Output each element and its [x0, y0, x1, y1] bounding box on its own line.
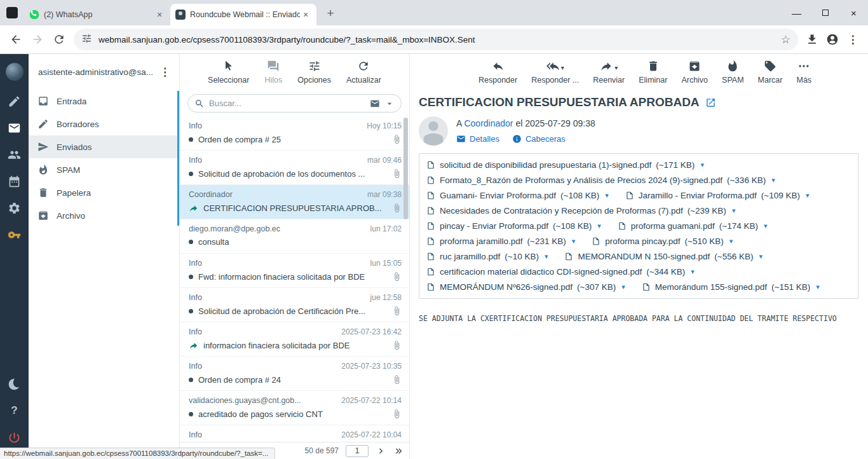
- refresh-button[interactable]: Actualizar: [346, 60, 381, 85]
- message-row[interactable]: Info 2025-07-23 16:42 informacion finaci…: [180, 322, 409, 357]
- window-close-button[interactable]: ×: [839, 0, 868, 25]
- site-info-icon[interactable]: [81, 33, 92, 46]
- compose-button[interactable]: [7, 93, 22, 109]
- message-row[interactable]: Info mar 09:46 Solicitud de aprobación d…: [180, 151, 409, 185]
- attachment-item[interactable]: proforma guamani.pdf (~174 KB) ▾: [618, 221, 768, 231]
- attachment-menu-caret-icon[interactable]: ▾: [771, 176, 775, 184]
- message-row[interactable]: validaciones.guayas@cnt.gob... 2025-07-2…: [180, 391, 409, 425]
- mail-nav-button[interactable]: [7, 120, 22, 135]
- attachment-menu-caret-icon[interactable]: ▾: [545, 252, 548, 261]
- message-row[interactable]: Info 2025-07-22 10:04: [180, 425, 409, 442]
- select-button[interactable]: Seleccionar: [208, 60, 249, 85]
- attachment-menu-caret-icon[interactable]: ▾: [605, 191, 609, 200]
- reply-all-button[interactable]: ▾ Responder ...: [531, 60, 579, 85]
- bookmark-star-icon[interactable]: ☆: [781, 34, 790, 45]
- attachment-item[interactable]: MEMORÁNDUM Nº626-signed.pdf (~307 KB) ▾: [426, 282, 625, 292]
- open-in-new-window-icon[interactable]: [705, 97, 716, 108]
- tab-close-icon[interactable]: ×: [154, 9, 165, 20]
- attachment-menu-caret-icon[interactable]: ▾: [700, 161, 704, 169]
- browser-tab-roundcube[interactable]: Roundcube Webmail :: Enviado ×: [170, 4, 316, 25]
- attachment-item[interactable]: proforma jaramillo.pdf (~231 KB) ▾: [426, 236, 575, 247]
- more-button[interactable]: Más: [796, 60, 811, 85]
- folder-item-entrada[interactable]: Entrada: [29, 90, 179, 113]
- message-row[interactable]: diego.moran@dpe.gob.ec lun 17:02 consult…: [180, 219, 409, 254]
- delete-button[interactable]: Eliminar: [639, 60, 667, 85]
- attachment-menu-caret-icon[interactable]: ▾: [806, 191, 810, 200]
- page-input[interactable]: [346, 445, 369, 457]
- folder-item-spam[interactable]: SPAM: [29, 158, 179, 181]
- attachment-size: (~344 KB): [646, 267, 685, 277]
- forward-button[interactable]: [27, 29, 48, 50]
- folder-item-archivo[interactable]: Archivo: [29, 204, 179, 227]
- url-text: webmail.sanjuan.gob.ec/cpsess7001108393/…: [98, 35, 775, 45]
- settings-nav-button[interactable]: [7, 200, 22, 216]
- options-button[interactable]: Opciones: [297, 60, 331, 85]
- threads-button[interactable]: Hilos: [264, 60, 282, 85]
- attachment-menu-caret-icon[interactable]: ▾: [759, 252, 763, 261]
- attachment-item[interactable]: proforma pincay.pdf (~510 KB) ▾: [592, 236, 733, 247]
- pane-splitter[interactable]: [177, 91, 179, 226]
- mark-button[interactable]: Marcar: [758, 60, 783, 85]
- profile-button[interactable]: [822, 29, 843, 50]
- address-bar[interactable]: webmail.sanjuan.gob.ec/cpsess7001108393/…: [74, 29, 798, 50]
- message-row[interactable]: Info lun 15:05 Fwd: informacion finacier…: [180, 254, 409, 288]
- cpanel-button[interactable]: [7, 227, 22, 242]
- new-tab-button[interactable]: +: [322, 4, 339, 22]
- attachment-item[interactable]: ruc jaramillo.pdf (~10 KB) ▾: [426, 251, 548, 262]
- forward-message-button[interactable]: ▾ Reenviar: [593, 60, 625, 85]
- reply-button[interactable]: Responder: [478, 60, 517, 85]
- attachment-item[interactable]: solicitud de disponibilidad presupuestar…: [426, 160, 704, 170]
- spam-button[interactable]: SPAM: [722, 60, 744, 85]
- attachment-item[interactable]: Necesidades de Contratación y Recepción …: [426, 205, 735, 216]
- browser-menu-button[interactable]: ⋮: [843, 29, 863, 50]
- account-menu-icon[interactable]: ⋮: [156, 65, 174, 79]
- help-button[interactable]: ?: [7, 403, 22, 418]
- search-scope-envelope-icon[interactable]: [370, 99, 380, 109]
- logout-button[interactable]: [7, 430, 22, 445]
- window-minimize-button[interactable]: —: [782, 0, 811, 25]
- attachment-item[interactable]: Memorándum 155-signed.pdf (~151 KB) ▾: [642, 282, 820, 292]
- message-row[interactable]: Coordinador mar 09:38 CERTIFICACION PRES…: [180, 185, 409, 219]
- attachment-item[interactable]: certificacion material didactico CDI-sig…: [426, 266, 695, 277]
- attachment-item[interactable]: pincay - Enviar Proforma.pdf (~108 KB) ▾: [426, 221, 601, 231]
- window-maximize-button[interactable]: [811, 0, 839, 25]
- attachment-menu-caret-icon[interactable]: ▾: [691, 268, 695, 276]
- attachment-menu-caret-icon[interactable]: ▾: [572, 237, 576, 245]
- back-button[interactable]: [5, 29, 27, 50]
- calendar-nav-button[interactable]: [7, 174, 22, 189]
- dropdown-caret-icon[interactable]: ▾: [614, 64, 618, 72]
- details-link[interactable]: Detalles: [456, 134, 499, 144]
- attachment-menu-caret-icon[interactable]: ▾: [732, 207, 736, 215]
- attachment-menu-caret-icon[interactable]: ▾: [764, 222, 768, 230]
- search-input[interactable]: [209, 99, 365, 108]
- message-row[interactable]: Info 2025-07-23 10:35 Orden de compra # …: [180, 357, 409, 391]
- app-logo[interactable]: [6, 63, 24, 81]
- attachment-item[interactable]: Guamani- Enviar Proforma.pdf (~108 KB) ▾: [426, 190, 609, 201]
- dark-mode-button[interactable]: [7, 376, 22, 392]
- recipient-link[interactable]: Coordinador: [464, 118, 513, 128]
- attachment-menu-caret-icon[interactable]: ▾: [621, 283, 625, 291]
- attachment-item[interactable]: Formato_8_Razón de Proformas y Análisis …: [426, 175, 775, 186]
- list-scrollbar[interactable]: [403, 118, 408, 219]
- message-row[interactable]: Info jue 12:58 Solicitud de aprobación d…: [180, 288, 409, 322]
- tab-close-icon[interactable]: ×: [300, 9, 311, 20]
- attachment-item[interactable]: Jaramillo - Enviar Proforma.pdf (~109 KB…: [625, 190, 810, 201]
- reload-button[interactable]: [48, 29, 70, 50]
- attachment-item[interactable]: MEMORANDUM N 150-signed.pdf (~556 KB) ▾: [564, 251, 763, 262]
- headers-link[interactable]: Cabeceras: [512, 134, 566, 144]
- attachment-menu-caret-icon[interactable]: ▾: [597, 222, 601, 230]
- browser-tab-whatsapp[interactable]: (2) WhatsApp ×: [24, 4, 170, 25]
- archive-button[interactable]: Archivo: [681, 60, 708, 85]
- message-row[interactable]: Info Hoy 10:15 Orden de compra # 25: [180, 116, 409, 151]
- folder-item-enviados[interactable]: Enviados: [29, 135, 179, 158]
- attachment-menu-caret-icon[interactable]: ▾: [816, 283, 820, 291]
- attachment-menu-caret-icon[interactable]: ▾: [729, 237, 733, 245]
- dropdown-caret-icon[interactable]: ▾: [561, 64, 564, 72]
- last-page-button[interactable]: [393, 446, 404, 456]
- folder-item-papelera[interactable]: Papelera: [29, 181, 179, 204]
- next-page-button[interactable]: [376, 446, 386, 456]
- folder-item-borradores[interactable]: Borradores: [29, 113, 179, 135]
- contacts-nav-button[interactable]: [7, 147, 22, 162]
- search-options-chevron-icon[interactable]: [384, 99, 395, 109]
- downloads-button[interactable]: [802, 29, 822, 50]
